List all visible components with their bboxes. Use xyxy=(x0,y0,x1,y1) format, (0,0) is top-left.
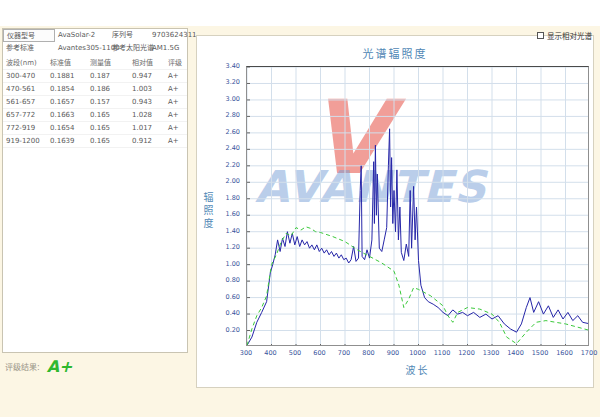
band-cell: 0.187 xyxy=(87,70,129,83)
x-tick-label: 1600 xyxy=(553,349,577,357)
band-header-cell: 评级 xyxy=(165,57,187,70)
checkbox-label: 显示相对光谱 xyxy=(547,30,592,41)
y-axis-label: 辐照度 xyxy=(200,192,215,231)
band-cell: 919-1200 xyxy=(3,135,47,148)
y-tick-label: 2.80 xyxy=(200,111,240,119)
y-tick-label: 0.80 xyxy=(200,276,240,284)
info-cell: AM1.5G xyxy=(149,42,187,55)
band-cell: 0.157 xyxy=(87,96,129,109)
band-header-cell: 标准值 xyxy=(47,57,87,70)
y-tick-label: 3.00 xyxy=(200,95,240,103)
y-tick-label: 2.00 xyxy=(200,177,240,185)
info-cell: 序列号 xyxy=(109,29,149,42)
band-cell: A+ xyxy=(165,122,187,135)
band-cell: 0.943 xyxy=(129,96,165,109)
band-cell: 657-772 xyxy=(3,109,47,122)
y-tick-label: 2.40 xyxy=(200,144,240,152)
x-tick-label: 1200 xyxy=(455,349,479,357)
x-tick-label: 1000 xyxy=(406,349,430,357)
band-cell: A+ xyxy=(165,135,187,148)
y-tick-label: 2.60 xyxy=(200,128,240,136)
x-tick-label: 600 xyxy=(308,349,332,357)
x-tick-label: 1500 xyxy=(528,349,552,357)
x-tick-label: 300 xyxy=(234,349,258,357)
measurement-data-panel: 仪器型号AvaSolar-2序列号9703624311参考标准Avantes30… xyxy=(2,28,188,353)
band-cell: 1.003 xyxy=(129,83,165,96)
band-cell: 561-657 xyxy=(3,96,47,109)
x-axis-label: 波长 xyxy=(246,362,589,377)
x-tick-label: 1700 xyxy=(577,349,600,357)
band-cell: 0.1639 xyxy=(47,135,87,148)
y-tick-label: 0.40 xyxy=(200,309,240,317)
checkbox-icon xyxy=(537,32,544,39)
x-tick-label: 1300 xyxy=(479,349,503,357)
band-cell: A+ xyxy=(165,83,187,96)
info-cell: Avantes305-1100 xyxy=(55,42,109,55)
band-cell: 1.028 xyxy=(129,109,165,122)
band-cell: 1.017 xyxy=(129,122,165,135)
x-tick-label: 500 xyxy=(283,349,307,357)
x-tick-label: 900 xyxy=(381,349,405,357)
band-cell: A+ xyxy=(165,109,187,122)
band-cell: 0.186 xyxy=(87,83,129,96)
y-tick-label: 3.20 xyxy=(200,78,240,86)
top-strip xyxy=(0,0,600,26)
band-cell: A+ xyxy=(165,96,187,109)
app-window: { "colors":{"accent_green":"#2eb82e","ti… xyxy=(0,0,600,417)
band-cell: A+ xyxy=(165,70,187,83)
info-cell: 参考太阳光谱 xyxy=(109,42,149,55)
y-tick-label: 1.20 xyxy=(200,243,240,251)
x-tick-label: 700 xyxy=(332,349,356,357)
chart-title: 光谱辐照度 xyxy=(197,45,593,61)
band-cell: 0.165 xyxy=(87,135,129,148)
instrument-info-table: 仪器型号AvaSolar-2序列号9703624311参考标准Avantes30… xyxy=(3,29,187,55)
info-cell: 9703624311 xyxy=(149,29,187,42)
x-tick-label: 1100 xyxy=(430,349,454,357)
spectrum-chart-panel: 光谱辐照度 0.200.400.600.801.001.201.401.601.… xyxy=(196,35,594,388)
spectrum-curves xyxy=(247,67,589,346)
info-cell: AvaSolar-2 xyxy=(55,29,109,42)
y-tick-label: 2.20 xyxy=(200,161,240,169)
band-cell: 0.912 xyxy=(129,135,165,148)
rating-result-grade: A+ xyxy=(47,357,73,376)
y-tick-label: 3.40 xyxy=(200,62,240,70)
info-cell: 仪器型号 xyxy=(3,29,55,42)
spectrum-plot: V AVANTES xyxy=(246,66,589,346)
band-cell: 0.1881 xyxy=(47,70,87,83)
band-header-cell: 波段(nm) xyxy=(3,57,47,70)
band-header-cell: 测量值 xyxy=(87,57,129,70)
rating-result-label: 评级结果: xyxy=(5,361,40,372)
band-cell: 0.1663 xyxy=(47,109,87,122)
x-axis-tick-labels: 3004005006007008009001000110012001300140… xyxy=(246,349,589,359)
y-tick-label: 1.00 xyxy=(200,260,240,268)
band-cell: 0.1657 xyxy=(47,96,87,109)
band-header-cell: 相对值 xyxy=(129,57,165,70)
band-cell: 0.165 xyxy=(87,109,129,122)
y-tick-label: 0.60 xyxy=(200,293,240,301)
x-tick-label: 1400 xyxy=(504,349,528,357)
rating-result: 评级结果: A+ xyxy=(5,357,73,376)
band-cell: 470-561 xyxy=(3,83,47,96)
show-relative-spectrum-checkbox[interactable]: 显示相对光谱 xyxy=(537,30,592,41)
x-tick-label: 400 xyxy=(259,349,283,357)
band-cell: 0.947 xyxy=(129,70,165,83)
band-cell: 0.1854 xyxy=(47,83,87,96)
x-tick-label: 800 xyxy=(357,349,381,357)
y-tick-label: 0.20 xyxy=(200,326,240,334)
band-cell: 772-919 xyxy=(3,122,47,135)
band-cell: 0.165 xyxy=(87,122,129,135)
band-cell: 300-470 xyxy=(3,70,47,83)
band-cell: 0.1654 xyxy=(47,122,87,135)
info-cell: 参考标准 xyxy=(3,42,55,55)
band-rating-table: 波段(nm)标准值测量值相对值评级300-4700.18810.1870.947… xyxy=(3,57,187,148)
